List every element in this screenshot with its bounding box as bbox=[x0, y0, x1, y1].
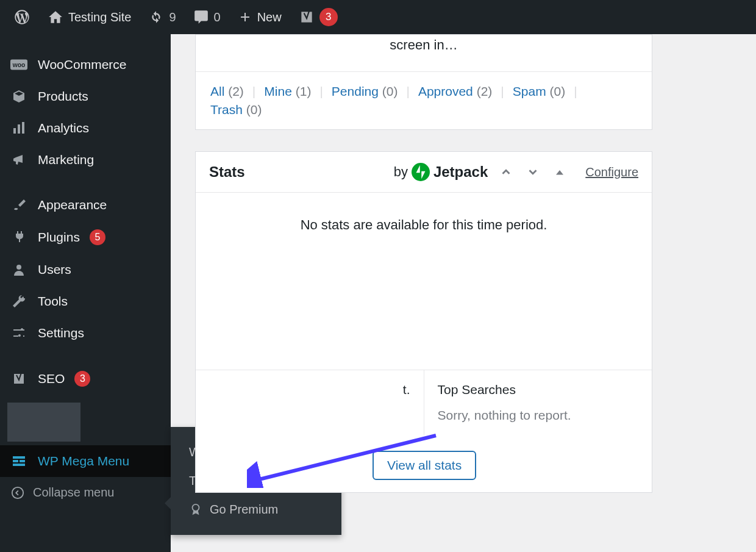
filter-trash[interactable]: Trash (0) bbox=[210, 102, 262, 117]
sidebar-label: Marketing bbox=[38, 152, 94, 167]
home-icon bbox=[48, 9, 63, 25]
sidebar-label: Plugins bbox=[38, 230, 80, 245]
wordpress-icon bbox=[13, 9, 30, 26]
admin-toolbar: Testing Site 9 0 New 3 bbox=[0, 0, 756, 34]
collapse-label: Collapse menu bbox=[33, 486, 114, 500]
refresh-icon bbox=[148, 9, 164, 25]
comments-filter-bar: All (2)| Mine (1)| Pending (0)| Approved… bbox=[196, 71, 652, 129]
sidebar-item-marketing[interactable]: Marketing bbox=[0, 144, 171, 176]
filter-approved[interactable]: Approved (2) bbox=[418, 84, 492, 99]
top-searches-empty: Sorry, nothing to report. bbox=[438, 408, 639, 423]
sidebar-item-plugins[interactable]: Plugins 5 bbox=[0, 221, 171, 254]
site-link[interactable]: Testing Site bbox=[39, 0, 140, 34]
sidebar-item-wp-mega-menu[interactable]: WP Mega Menu bbox=[0, 445, 171, 477]
new-content-link[interactable]: New bbox=[229, 0, 290, 34]
comments-link[interactable]: 0 bbox=[185, 0, 229, 34]
sidebar-item-tools[interactable]: Tools bbox=[0, 285, 171, 317]
plugins-badge: 5 bbox=[90, 229, 105, 245]
stats-next-button[interactable] bbox=[524, 163, 541, 181]
stats-widget: Stats by Jetpack Configure No stats are … bbox=[195, 151, 652, 493]
comments-widget: screen in… All (2)| Mine (1)| Pending (0… bbox=[195, 34, 652, 130]
main-content: screen in… All (2)| Mine (1)| Pending (0… bbox=[171, 34, 756, 552]
plus-icon bbox=[238, 10, 252, 24]
stats-left-trailing: t. bbox=[209, 382, 410, 397]
collapse-menu[interactable]: Collapse menu bbox=[0, 477, 171, 508]
filter-all[interactable]: All (2) bbox=[210, 84, 244, 99]
seo-badge: 3 bbox=[74, 371, 90, 387]
sidebar-item-analytics[interactable]: Analytics bbox=[0, 112, 171, 144]
yoast-link[interactable]: 3 bbox=[290, 0, 346, 34]
svg-text:woo: woo bbox=[12, 62, 26, 68]
svg-rect-7 bbox=[13, 460, 18, 462]
sidebar-label: WP Mega Menu bbox=[38, 454, 129, 468]
jetpack-icon bbox=[412, 163, 430, 181]
notifications-badge: 3 bbox=[319, 8, 338, 26]
sidebar-label: Analytics bbox=[38, 121, 89, 135]
updates-count: 9 bbox=[169, 10, 176, 24]
stats-prev-button[interactable] bbox=[497, 163, 515, 181]
sidebar-item-settings[interactable]: Settings bbox=[0, 317, 171, 349]
admin-sidebar: woo WooCommerce Products Analytics Marke… bbox=[0, 34, 171, 552]
sliders-icon bbox=[10, 326, 28, 340]
sidebar-item-seo[interactable]: SEO 3 bbox=[0, 362, 171, 395]
stats-empty-message: No stats are available for this time per… bbox=[196, 193, 652, 245]
woocommerce-icon: woo bbox=[10, 57, 28, 72]
comments-text-truncated: screen in… bbox=[196, 35, 652, 71]
svg-rect-6 bbox=[13, 456, 25, 459]
updates-link[interactable]: 9 bbox=[140, 0, 184, 34]
svg-rect-2 bbox=[13, 128, 16, 134]
sidebar-label: Appearance bbox=[38, 198, 107, 212]
sidebar-label: SEO bbox=[38, 371, 65, 386]
view-all-stats-button[interactable]: View all stats bbox=[373, 451, 476, 480]
megaphone-icon bbox=[10, 152, 28, 167]
svg-rect-3 bbox=[18, 124, 20, 134]
sidebar-item-woocommerce[interactable]: woo WooCommerce bbox=[0, 49, 171, 81]
stats-col-right: Top Searches Sorry, nothing to report. bbox=[424, 370, 652, 435]
svg-point-10 bbox=[12, 487, 23, 498]
sidebar-label: Settings bbox=[38, 326, 84, 340]
stats-title: Stats bbox=[209, 163, 245, 181]
site-name: Testing Site bbox=[68, 10, 131, 24]
comment-icon bbox=[193, 9, 209, 25]
svg-rect-9 bbox=[13, 464, 25, 466]
top-searches-title: Top Searches bbox=[438, 382, 639, 397]
sidebar-item-placeholder[interactable] bbox=[7, 403, 80, 442]
filter-pending[interactable]: Pending (0) bbox=[332, 84, 398, 99]
wrench-icon bbox=[10, 294, 28, 309]
jetpack-logo: Jetpack bbox=[412, 163, 488, 181]
megamenu-icon bbox=[10, 454, 28, 468]
svg-point-12 bbox=[412, 163, 430, 181]
triangle-up-icon bbox=[554, 167, 565, 177]
stats-col-left: t. bbox=[196, 370, 424, 435]
stats-configure-link[interactable]: Configure bbox=[585, 165, 638, 179]
plug-icon bbox=[10, 230, 28, 245]
stats-columns: t. Top Searches Sorry, nothing to report… bbox=[196, 370, 652, 435]
user-icon bbox=[10, 262, 28, 277]
svg-point-5 bbox=[16, 265, 21, 270]
filter-mine[interactable]: Mine (1) bbox=[264, 84, 311, 99]
stats-by-label: by bbox=[394, 164, 408, 180]
sidebar-label: Users bbox=[38, 262, 71, 277]
collapse-icon bbox=[11, 486, 24, 500]
wp-logo[interactable] bbox=[5, 0, 39, 34]
sidebar-label: Tools bbox=[38, 294, 68, 309]
sidebar-item-users[interactable]: Users bbox=[0, 254, 171, 285]
svg-rect-8 bbox=[20, 460, 25, 462]
brush-icon bbox=[10, 198, 28, 212]
filter-spam[interactable]: Spam (0) bbox=[513, 84, 565, 99]
sidebar-item-products[interactable]: Products bbox=[0, 81, 171, 112]
comments-count: 0 bbox=[214, 10, 221, 24]
yoast-icon bbox=[10, 371, 28, 386]
bars-icon bbox=[10, 121, 28, 135]
stats-collapse-button[interactable] bbox=[551, 163, 568, 181]
box-icon bbox=[10, 89, 28, 104]
sidebar-item-appearance[interactable]: Appearance bbox=[0, 189, 171, 221]
sidebar-label: WooCommerce bbox=[38, 57, 126, 72]
chevron-down-icon bbox=[526, 165, 540, 179]
stats-header: Stats by Jetpack Configure bbox=[196, 152, 652, 193]
chevron-up-icon bbox=[499, 165, 513, 179]
new-label: New bbox=[257, 10, 282, 24]
sidebar-label: Products bbox=[38, 89, 88, 104]
yoast-icon bbox=[299, 9, 315, 25]
svg-rect-4 bbox=[22, 122, 24, 134]
